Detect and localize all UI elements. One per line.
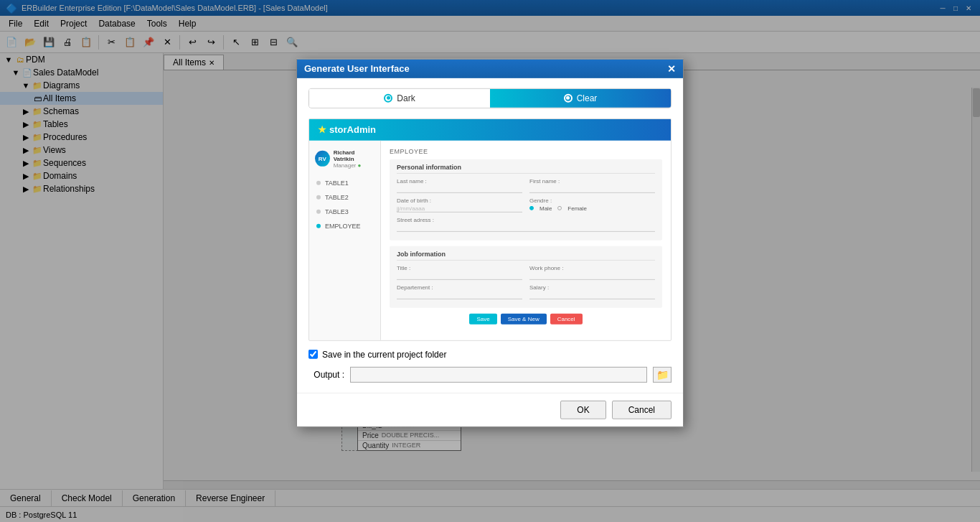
dark-label: Dark — [397, 93, 415, 103]
theme-clear-option[interactable]: Clear — [490, 88, 671, 107]
preview-user-role: Manager ● — [334, 162, 374, 168]
brand-star: ★ — [318, 124, 326, 135]
cancel-button[interactable]: Cancel — [612, 400, 672, 419]
preview-user: RV Richard Vatrikin Manager ● — [309, 146, 380, 171]
street-label: Street adress : — [397, 216, 655, 223]
salary-input[interactable] — [529, 292, 655, 299]
preview-cancel-button[interactable]: Cancel — [550, 313, 583, 324]
work-phone-field: Work phone : — [529, 264, 655, 279]
ok-button[interactable]: OK — [560, 400, 606, 419]
save-checkbox[interactable] — [308, 350, 318, 359]
online-dot: ● — [358, 162, 362, 168]
menu-item-label: EMPLOYEE — [325, 222, 361, 229]
preview-menu-item[interactable]: TABLE1 — [309, 175, 380, 190]
output-row: Output : 📁 — [308, 366, 672, 382]
theme-selector: Dark Clear — [308, 88, 672, 108]
browse-button[interactable]: 📁 — [653, 366, 672, 382]
save-checkbox-row: Save in the current project folder — [308, 349, 672, 359]
brand-name: storAdmin — [329, 124, 376, 135]
dialog-titlebar: Generate User Interface ✕ — [297, 59, 683, 78]
personal-info-title: Personal information — [397, 163, 655, 173]
gender-label: Gendre : — [529, 197, 655, 203]
clear-label: Clear — [577, 93, 598, 103]
dialog-title: Generate User Interface — [304, 63, 667, 74]
salary-field: Salary : — [529, 284, 655, 299]
street-input[interactable] — [397, 224, 655, 231]
male-radio[interactable] — [529, 206, 534, 210]
first-name-field: First name : — [529, 177, 655, 192]
preview-content: RV Richard Vatrikin Manager ● TABLE1 — [309, 140, 671, 340]
menu-dot — [316, 180, 321, 185]
dark-radio[interactable] — [384, 93, 392, 102]
preview-topbar: ★ storAdmin — [309, 118, 671, 140]
form-row-job1: Title : Work phone : — [397, 264, 655, 279]
preview-btn-row: Save Save & New Cancel — [390, 313, 662, 324]
form-row-street: Street adress : — [397, 216, 655, 231]
job-info-title: Job information — [397, 250, 655, 260]
preview-save-button[interactable]: Save — [469, 313, 496, 324]
preview-menu-item[interactable]: TABLE3 — [309, 204, 380, 218]
save-label[interactable]: Save in the current project folder — [322, 349, 446, 359]
menu-item-label: TABLE2 — [325, 193, 349, 200]
menu-item-label: TABLE1 — [325, 179, 349, 186]
salary-label: Salary : — [529, 284, 655, 290]
clear-radio[interactable] — [564, 93, 573, 102]
title-input[interactable] — [397, 272, 522, 279]
preview-user-name: Richard Vatrikin — [334, 149, 374, 162]
preview-main: EMPLOYEE Personal information Last name … — [381, 140, 671, 340]
last-name-field: Last name : — [397, 177, 522, 192]
department-input[interactable] — [397, 292, 522, 299]
dob-field: Date of birth : jj/mm/aaaa — [397, 197, 522, 212]
gender-radio-row: Male Female — [529, 205, 655, 211]
preview-avatar: RV — [315, 151, 330, 167]
preview-section-title: EMPLOYEE — [390, 147, 662, 154]
form-row-name: Last name : First name : — [397, 177, 655, 192]
last-name-input[interactable] — [397, 185, 522, 192]
last-name-label: Last name : — [397, 177, 522, 184]
menu-dot — [316, 195, 321, 199]
output-label: Output : — [308, 369, 344, 379]
preview-sidebar: RV Richard Vatrikin Manager ● TABLE1 — [309, 140, 381, 340]
first-name-label: First name : — [529, 177, 655, 184]
street-field: Street adress : — [397, 216, 655, 231]
preview-save-new-button[interactable]: Save & New — [501, 313, 547, 324]
form-row-dob: Date of birth : jj/mm/aaaa Gendre : Male — [397, 197, 655, 212]
folder-browse-icon: 📁 — [656, 368, 669, 380]
title-field: Title : — [397, 264, 522, 279]
menu-dot — [316, 223, 321, 228]
male-label: Male — [540, 205, 552, 211]
preview-menu-item-active[interactable]: EMPLOYEE — [309, 218, 380, 233]
work-phone-input[interactable] — [529, 272, 655, 279]
dob-input[interactable]: jj/mm/aaaa — [397, 205, 522, 212]
job-info-block: Job information Title : Work phone : — [390, 246, 662, 307]
personal-info-block: Personal information Last name : First n… — [390, 159, 662, 240]
menu-dot — [316, 209, 321, 213]
preview-user-info: Richard Vatrikin Manager ● — [334, 149, 374, 168]
department-label: Departement : — [397, 284, 522, 290]
preview-menu-item[interactable]: TABLE2 — [309, 190, 380, 204]
gender-field: Gendre : Male Female — [529, 197, 655, 212]
dialog-close-button[interactable]: ✕ — [667, 62, 676, 74]
theme-dark-option[interactable]: Dark — [309, 88, 490, 107]
dialog-body: Dark Clear ★ storAdmin RV — [297, 78, 683, 392]
department-field: Departement : — [397, 284, 522, 299]
preview-panel: ★ storAdmin RV Richard Vatrikin Manager … — [308, 118, 672, 340]
dialog-footer: OK Cancel — [297, 392, 683, 426]
menu-item-label: TABLE3 — [325, 208, 349, 215]
form-row-job2: Departement : Salary : — [397, 284, 655, 299]
female-radio[interactable] — [557, 206, 562, 210]
work-phone-label: Work phone : — [529, 264, 655, 271]
first-name-input[interactable] — [529, 185, 655, 192]
generate-ui-dialog: Generate User Interface ✕ Dark Clear ★ s… — [296, 58, 684, 427]
female-label: Female — [567, 205, 587, 211]
dob-label: Date of birth : — [397, 197, 522, 203]
preview-brand: ★ storAdmin — [309, 124, 385, 135]
title-label: Title : — [397, 264, 522, 271]
output-input[interactable] — [350, 366, 647, 382]
